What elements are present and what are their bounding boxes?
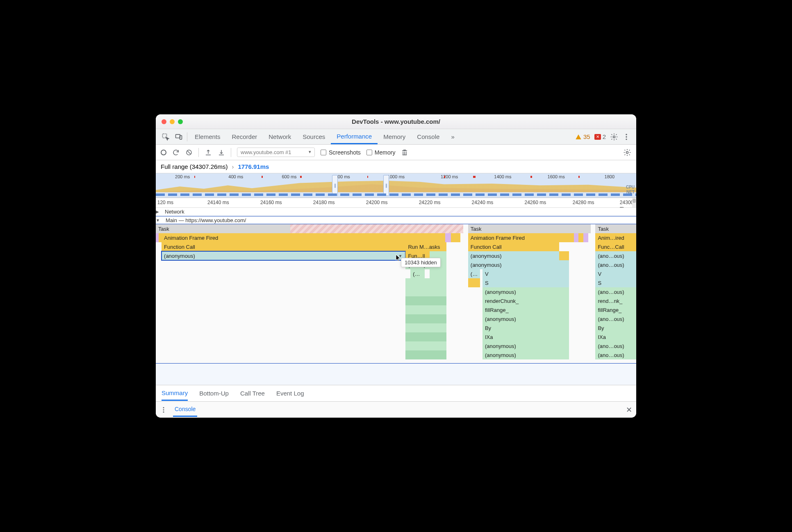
drawer-console-tab[interactable]: Console <box>173 402 197 417</box>
svg-point-4 <box>626 134 627 135</box>
disclosure-triangle-icon: ▶ <box>156 209 159 214</box>
detail-tabstrip: Summary Bottom-Up Call Tree Event Log <box>156 385 636 401</box>
tab-network[interactable]: Network <box>263 129 297 144</box>
tab-summary[interactable]: Summary <box>162 386 188 401</box>
tracks-area: ▶ Network ▼ Main — https://www.youtube.c… <box>156 208 636 385</box>
memory-checkbox[interactable]: Memory <box>366 149 396 156</box>
tab-label: Network <box>269 133 291 140</box>
flame-seg-fc[interactable]: Function Call <box>468 242 560 251</box>
tab-performance[interactable]: Performance <box>331 129 378 144</box>
tab-recorder[interactable]: Recorder <box>226 129 263 144</box>
reload-icon[interactable] <box>172 149 180 156</box>
perf-toolbar: www.youtube.com #1 Screenshots Memory <box>156 145 636 160</box>
errors-count: 2 <box>603 133 606 140</box>
pause-marker-icon: ∥ <box>332 175 338 196</box>
warnings-indicator[interactable]: 35 <box>575 133 590 140</box>
tab-event-log[interactable]: Event Log <box>276 386 304 400</box>
flame-seg[interactable]: (anonymous) <box>468 251 560 260</box>
mouse-cursor-icon <box>396 254 401 261</box>
upload-icon[interactable] <box>205 149 212 156</box>
tab-label: Memory <box>383 133 405 140</box>
inspect-element-icon[interactable] <box>162 133 170 141</box>
disclosure-triangle-icon: ▼ <box>156 218 160 223</box>
errors-indicator[interactable]: ✕ 2 <box>594 133 606 140</box>
warning-icon <box>575 134 582 140</box>
tooltip-text: 10343 hidden <box>405 259 437 266</box>
flame-seg-aff[interactable]: Animation Frame Fired <box>162 233 445 242</box>
tab-elements[interactable]: Elements <box>189 129 226 144</box>
cpu-label: CPU <box>626 185 635 190</box>
device-toolbar-icon[interactable] <box>175 133 183 141</box>
tab-memory[interactable]: Memory <box>378 129 411 144</box>
main-tabstrip: Elements Recorder Network Sources Perfor… <box>156 129 636 145</box>
flame-seg-anonymous-selected[interactable]: (anonymous)▼ <box>162 251 405 260</box>
flame-seg[interactable]: (ano…ous) <box>595 251 636 260</box>
more-icon: » <box>451 133 454 140</box>
tab-label: Console <box>417 133 439 140</box>
titlebar: DevTools - www.youtube.com/ <box>156 114 636 129</box>
screenshots-label: Screenshots <box>329 149 361 156</box>
flame-seg-fc[interactable]: Func…Call <box>595 242 636 251</box>
svg-point-5 <box>626 136 627 137</box>
svg-point-6 <box>626 139 627 140</box>
svg-point-9 <box>163 407 164 408</box>
flame-seg-task[interactable]: Task <box>468 224 591 233</box>
settings-icon[interactable] <box>610 133 618 141</box>
flame-seg-fc[interactable]: Function Call <box>162 242 405 251</box>
tab-bottom-up[interactable]: Bottom-Up <box>199 386 229 400</box>
flame-seg-task[interactable]: Task <box>595 224 636 233</box>
range-breadcrumb: Full range (34307.26ms) › 1776.91ms <box>156 160 636 173</box>
error-icon: ✕ <box>594 134 601 140</box>
svg-point-8 <box>626 151 628 153</box>
drawer-close-icon[interactable]: ✕ <box>626 405 632 414</box>
download-icon[interactable] <box>218 149 225 156</box>
warnings-count: 35 <box>583 133 590 140</box>
profile-select-value: www.youtube.com #1 <box>241 149 291 155</box>
tab-label: Recorder <box>232 133 257 140</box>
overview-timeline[interactable]: 200 ms400 ms600 ms 800 ms1000 ms1200 ms … <box>156 173 636 198</box>
tab-console[interactable]: Console <box>411 129 445 144</box>
kebab-menu-icon[interactable] <box>622 133 630 141</box>
svg-point-11 <box>163 411 164 412</box>
devtools-window: DevTools - www.youtube.com/ Elements Rec… <box>156 114 636 418</box>
checkbox-icon <box>366 150 372 155</box>
pause-marker-icon: ∥ <box>383 175 389 196</box>
svg-rect-2 <box>180 135 182 139</box>
full-range-label[interactable]: Full range (34307.26ms) <box>161 163 228 170</box>
overview-ticks: 200 ms400 ms600 ms 800 ms1000 ms1200 ms … <box>156 174 636 180</box>
flame-seg-task[interactable]: Task <box>156 224 290 233</box>
console-drawer: Console ✕ <box>156 401 636 418</box>
checkbox-icon <box>321 150 326 155</box>
flame-seg-aff[interactable]: Animation Frame Fired <box>468 233 574 242</box>
flame-chart[interactable]: Task Task Task Animation Frame Fired Ani… <box>156 224 636 364</box>
tab-label: Sources <box>303 133 325 140</box>
chevron-right-icon: › <box>232 163 234 170</box>
tab-label: Performance <box>337 133 372 140</box>
time-ruler[interactable]: 120 ms 24140 ms 24160 ms 24180 ms 24200 … <box>156 198 636 208</box>
garbage-collect-icon[interactable] <box>401 149 408 156</box>
main-track-header[interactable]: ▼ Main — https://www.youtube.com/ <box>156 216 636 224</box>
main-track-label: Main — https://www.youtube.com/ <box>162 217 246 223</box>
svg-point-3 <box>613 136 615 138</box>
memory-label: Memory <box>375 149 396 156</box>
window-title: DevTools - www.youtube.com/ <box>156 118 636 125</box>
net-label: NET <box>626 190 635 195</box>
hidden-count-tooltip: 10343 hidden <box>401 258 441 267</box>
drawer-kebab-icon[interactable] <box>160 406 167 414</box>
selected-range-label[interactable]: 1776.91ms <box>238 163 269 170</box>
tab-call-tree[interactable]: Call Tree <box>240 386 265 400</box>
perf-settings-icon[interactable] <box>623 148 631 157</box>
tab-label: Elements <box>195 133 221 140</box>
tabs-overflow[interactable]: » <box>445 129 460 144</box>
svg-point-10 <box>163 409 164 410</box>
flame-seg-aff[interactable]: Anim…ired <box>595 233 636 242</box>
network-track-header[interactable]: ▶ Network <box>156 208 636 216</box>
flame-seg-task-long[interactable] <box>290 224 463 233</box>
flame-seg-runm[interactable]: Run M…asks <box>405 242 446 251</box>
tab-sources[interactable]: Sources <box>297 129 331 144</box>
vertical-scrollbar[interactable] <box>632 198 636 207</box>
screenshots-checkbox[interactable]: Screenshots <box>321 149 361 156</box>
profile-select[interactable]: www.youtube.com #1 <box>237 148 315 157</box>
record-button[interactable] <box>161 150 166 155</box>
clear-icon[interactable] <box>185 149 193 156</box>
